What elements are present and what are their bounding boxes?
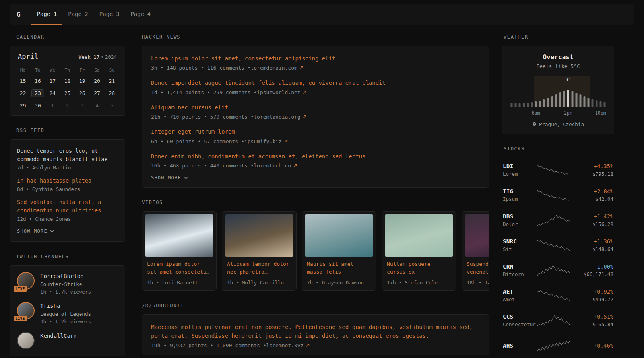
- calendar-day[interactable]: 23: [30, 88, 45, 99]
- video-thumbnail-boat-wake-sea[interactable]: [305, 214, 373, 257]
- calendar-day[interactable]: 29: [16, 100, 30, 111]
- weather-bar: [567, 90, 569, 107]
- news-item-title[interactable]: Maecenas mollis pulvinar erat non posuer…: [151, 323, 480, 340]
- stock-name: Sit: [503, 246, 535, 252]
- calendar-day[interactable]: 22: [16, 88, 30, 99]
- stock-row[interactable]: IIGIpsum+2.84%$42.04: [502, 183, 614, 208]
- calendar-day[interactable]: 15: [16, 75, 30, 87]
- twitch-channel-row[interactable]: LIVEForrestBurtonCounter-Strike1h • 1.7k…: [17, 272, 118, 295]
- video-title[interactable]: Lorem ipsum dolor sit amet consectetu…: [147, 260, 211, 276]
- nav-tab-4[interactable]: Page 4: [125, 4, 156, 25]
- weather-bar: [543, 99, 545, 107]
- calendar-day[interactable]: 24: [45, 88, 60, 99]
- stock-values: +1.36%$148.64: [572, 238, 613, 252]
- news-item-title[interactable]: Integer eget rutrum lorem: [151, 127, 480, 136]
- calendar-card: April Week 17•2024 MoTuWeThFrSaSu1516171…: [10, 46, 125, 116]
- rss-item-link[interactable]: Donec tempor eros leo, ut commodo mauris…: [17, 147, 118, 163]
- news-item-title[interactable]: Aliquam nec cursus elit: [151, 103, 480, 112]
- stock-row[interactable]: CRNBitcorn-1.00%$66,171.48: [502, 258, 614, 283]
- chevron-down-icon: [50, 230, 54, 232]
- calendar-day[interactable]: 2: [60, 100, 75, 111]
- calendar-day[interactable]: 26: [75, 88, 89, 99]
- show-more-label: SHOW MORE: [151, 175, 181, 181]
- nav-tab-1[interactable]: Page 1: [31, 4, 63, 25]
- video-thumbnail-canoe-on-lake[interactable]: [385, 214, 453, 257]
- twitch-widget: TWITCH CHANNELS LIVEForrestBurtonCounter…: [10, 254, 125, 356]
- twitch-channel-name[interactable]: Trisha: [40, 303, 60, 309]
- weather-bar: [563, 91, 565, 107]
- news-item-title[interactable]: Lorem ipsum dolor sit amet, consectetur …: [151, 54, 480, 63]
- video-thumbnail-hands-holding-camera[interactable]: [225, 214, 293, 257]
- stock-symbol: AET: [503, 288, 535, 295]
- video-thumbnail-concrete-towers-sky[interactable]: [145, 214, 213, 257]
- calendar-day[interactable]: 25: [60, 88, 75, 99]
- video-thumbnail-dark-dusk-silhouette[interactable]: [465, 214, 489, 257]
- nav-tab-2[interactable]: Page 2: [62, 4, 94, 25]
- stock-row[interactable]: LDILorem+4.35%$795.18: [502, 158, 614, 183]
- stock-values: +4.35%$795.18: [572, 163, 613, 177]
- hackernews-widget: HACKER NEWS Lorem ipsum dolor sit amet, …: [142, 34, 489, 188]
- calendar-day[interactable]: 18: [60, 75, 75, 87]
- calendar-day[interactable]: 20: [89, 75, 104, 87]
- news-item-domain[interactable]: loremnet.xyz: [266, 342, 310, 348]
- stock-info: LDILorem: [503, 163, 535, 177]
- stock-values: +0.46%: [572, 342, 613, 349]
- video-title[interactable]: Mauris sit amet massa felis: [307, 260, 371, 276]
- calendar-day[interactable]: 17: [45, 75, 60, 87]
- live-badge: LIVE: [14, 316, 27, 321]
- stock-row[interactable]: AHS+0.46%: [502, 333, 614, 358]
- rss-item-meta: 7d • Ashlyn Martin: [17, 165, 118, 171]
- stock-values: -1.00%$66,171.48: [572, 263, 613, 277]
- calendar-day[interactable]: 30: [30, 100, 45, 111]
- news-item-domain[interactable]: loremlandia.org: [254, 114, 306, 120]
- news-item-domain[interactable]: loremdomain.com: [250, 65, 303, 71]
- twitch-channel-row[interactable]: LIVETrishaLeague of Legends3h • 1.2k vie…: [17, 302, 118, 325]
- calendar-selected-day: 23: [31, 89, 44, 97]
- calendar-day[interactable]: 5: [105, 100, 119, 111]
- rss-show-more-button[interactable]: SHOW MORE: [17, 228, 54, 234]
- calendar-day[interactable]: 1: [45, 100, 60, 111]
- calendar-day[interactable]: 19: [75, 75, 89, 87]
- weather-bar: [559, 92, 561, 107]
- calendar-day[interactable]: 4: [89, 100, 104, 111]
- news-item-title[interactable]: Donec enim nibh, condimentum et accumsan…: [151, 152, 480, 161]
- video-title[interactable]: Aliquam tempor dolor nec pharetra…: [227, 260, 291, 276]
- news-item-domain[interactable]: ipsumworld.net: [257, 90, 306, 95]
- twitch-channel-name[interactable]: ForrestBurton: [40, 273, 84, 279]
- calendar-day[interactable]: 21: [105, 75, 119, 87]
- nav-tab-3[interactable]: Page 3: [94, 4, 125, 25]
- stock-symbol: SNRC: [503, 238, 535, 245]
- news-item: Maecenas mollis pulvinar erat non posuer…: [151, 323, 480, 348]
- twitch-channel-name[interactable]: KendallCarr: [40, 333, 77, 339]
- app-logo[interactable]: G: [17, 4, 28, 25]
- calendar-day[interactable]: 3: [75, 100, 89, 111]
- calendar-day[interactable]: 27: [89, 88, 104, 99]
- rss-list: Donec tempor eros leo, ut commodo mauris…: [17, 147, 118, 222]
- news-item-title[interactable]: Donec imperdiet augue tincidunt felis al…: [151, 78, 480, 87]
- twitch-avatar-wrap: LIVE: [17, 302, 35, 319]
- video-title[interactable]: Nullam posuere cursus ex: [387, 260, 451, 276]
- weather-bar: [603, 102, 605, 107]
- rss-item-link[interactable]: In hac habitasse platea: [17, 177, 118, 185]
- rss-item-link[interactable]: Sed volutpat nulla nisl, a condimentum n…: [17, 198, 118, 215]
- videos-row: Lorem ipsum dolor sit amet consectetu…1h…: [142, 211, 489, 291]
- news-item-domain[interactable]: loremtech.co: [254, 163, 297, 169]
- stock-row[interactable]: SNRCSit+1.36%$148.64: [502, 233, 614, 258]
- twitch-channel-row[interactable]: KendallCarr: [17, 332, 118, 349]
- news-item-domain[interactable]: ipsumify.biz: [244, 138, 288, 144]
- weather-bar: [531, 102, 533, 107]
- stock-row[interactable]: CCSConsectetur+0.51%$165.84: [502, 308, 614, 333]
- stock-info: AHS: [503, 342, 535, 349]
- twitch-channel-info: TrishaLeague of Legends3h • 1.2k viewers: [40, 302, 91, 325]
- hackernews-show-more-button[interactable]: SHOW MORE: [151, 175, 188, 181]
- calendar-grid: MoTuWeThFrSaSu15161718192021222324252627…: [16, 66, 119, 111]
- calendar-day[interactable]: 16: [30, 75, 45, 87]
- stock-row[interactable]: AETAmet+0.92%$499.72: [502, 283, 614, 308]
- calendar-day[interactable]: 28: [105, 88, 119, 99]
- weather-chart: 9°: [510, 76, 607, 107]
- calendar-widget-title: CALENDAR: [16, 34, 125, 40]
- subreddit-card: Maecenas mollis pulvinar erat non posuer…: [142, 314, 489, 355]
- external-link-icon: [293, 164, 297, 167]
- video-title[interactable]: Suspendisse venenatis diam: [467, 260, 489, 276]
- stock-row[interactable]: DBSDolor+1.42%$156.28: [502, 208, 614, 233]
